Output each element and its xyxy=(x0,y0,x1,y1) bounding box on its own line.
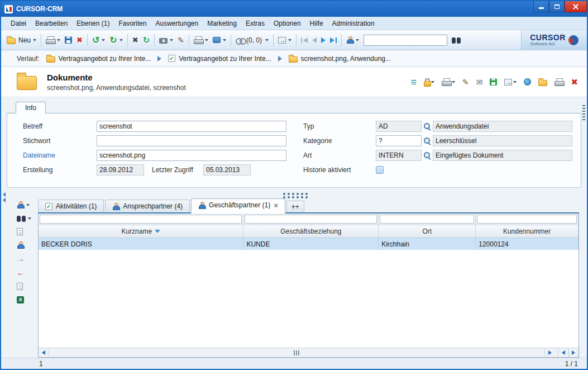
tab-aktivitaeten[interactable]: Aktivitäten (1) xyxy=(38,200,104,212)
tab-geschaeftspartner[interactable]: Geschäftspartner (1) xyxy=(191,198,285,214)
remove-button[interactable] xyxy=(130,35,141,45)
tab-add[interactable]: + xyxy=(286,201,304,212)
partner-menu-button[interactable] xyxy=(16,200,31,210)
unassign-button[interactable] xyxy=(16,268,26,278)
menu-extras[interactable]: Extras xyxy=(242,18,269,29)
chevron-down-icon xyxy=(431,81,434,83)
menu-bearbeiten[interactable]: Bearbeiten xyxy=(31,18,71,29)
history-label: Verlauf: xyxy=(17,55,40,63)
list-menu-button[interactable] xyxy=(409,76,418,88)
stichwort-field[interactable] xyxy=(97,135,286,146)
menu-hilfe[interactable]: Hilfe xyxy=(306,18,327,29)
activity-icon xyxy=(168,55,175,62)
scroll-right-button[interactable] xyxy=(544,348,554,357)
dateiname-label[interactable]: Dateiname xyxy=(23,151,97,159)
kategorie-lookup-icon[interactable] xyxy=(423,137,431,145)
betreff-field[interactable] xyxy=(97,121,286,132)
print-list-button[interactable] xyxy=(192,35,211,45)
scrollbar-track[interactable] xyxy=(49,350,544,355)
excel-export-button[interactable] xyxy=(16,295,25,305)
column-header-kurzname[interactable]: Kurzname xyxy=(39,225,243,238)
splitter-collapse-buttons[interactable] xyxy=(3,192,6,202)
open-folder-button[interactable] xyxy=(537,77,548,87)
search-menu-button[interactable] xyxy=(16,214,32,223)
scrollbar-grip[interactable] xyxy=(294,350,295,355)
assign-button[interactable] xyxy=(16,254,26,264)
menu-administration[interactable]: Administration xyxy=(328,18,379,29)
horizontal-scrollbar[interactable] xyxy=(39,348,579,357)
chevron-right-icon xyxy=(157,56,161,61)
menu-ebenen[interactable]: Ebenen (1) xyxy=(73,18,113,29)
table-row[interactable]: BECKER DORIS KUNDE Kirchhain 12000124 xyxy=(39,238,579,250)
mail-button[interactable] xyxy=(475,77,484,87)
horizontal-splitter[interactable] xyxy=(1,191,587,199)
export-button[interactable] xyxy=(276,35,294,45)
clipboard-button[interactable] xyxy=(16,282,24,291)
refresh-button[interactable] xyxy=(141,34,152,46)
art-label: Art xyxy=(303,151,376,159)
historie-checkbox[interactable] xyxy=(376,166,384,174)
typ-lookup-icon[interactable] xyxy=(423,122,431,130)
print-button[interactable] xyxy=(44,35,63,45)
stamp-button[interactable] xyxy=(175,35,187,46)
forward-button[interactable] xyxy=(107,34,125,46)
maximize-button[interactable] xyxy=(549,1,565,12)
filter-kundennummer[interactable] xyxy=(477,215,577,224)
typ-code-field xyxy=(376,121,422,132)
search-button[interactable] xyxy=(450,35,463,45)
snapshot-button[interactable] xyxy=(157,35,175,45)
tab-close-icon[interactable] xyxy=(274,202,278,209)
nav-first-button[interactable] xyxy=(299,36,310,45)
new-button[interactable]: Neu xyxy=(4,35,39,46)
column-header-ort[interactable]: Ort xyxy=(379,225,476,238)
menu-marketing[interactable]: Marketing xyxy=(203,18,241,29)
history-item-2[interactable]: Vertragsangebot zu Ihrer Inte... xyxy=(166,54,273,64)
history-item-1[interactable]: Vertragsangebot zu Ihrer Inte... xyxy=(44,54,153,64)
scroll-left-button[interactable] xyxy=(39,348,49,357)
kategorie-code-field[interactable] xyxy=(376,135,422,146)
nav-next-button[interactable] xyxy=(319,36,328,45)
note-button[interactable] xyxy=(16,227,24,236)
panel-resize-handle[interactable] xyxy=(582,105,585,122)
column-header-kundennummer[interactable]: Kundennummer xyxy=(476,225,579,238)
delete-button[interactable] xyxy=(74,35,85,45)
partner-table: Kurzname Geschäftsbeziehung Ort Kundennu… xyxy=(38,214,579,358)
record-close-button[interactable] xyxy=(570,77,579,87)
lock-button[interactable] xyxy=(423,77,436,87)
back-button[interactable] xyxy=(90,34,107,46)
menu-datei[interactable]: Datei xyxy=(7,18,30,29)
menu-favoriten[interactable]: Favoriten xyxy=(114,18,150,29)
edit-button[interactable] xyxy=(461,77,470,87)
chevron-down-icon xyxy=(26,204,30,206)
nav-prev-button[interactable] xyxy=(310,36,319,45)
record-export-button[interactable] xyxy=(503,78,518,87)
contact-button[interactable] xyxy=(16,240,25,250)
filter-geschaeftsbeziehung[interactable] xyxy=(245,215,377,224)
web-button[interactable] xyxy=(523,77,532,87)
minimize-button[interactable] xyxy=(533,1,549,12)
page-next-button[interactable] xyxy=(568,348,579,357)
filter-ort[interactable] xyxy=(380,215,474,224)
filter-kurzname[interactable] xyxy=(40,215,242,224)
history-item-3[interactable]: screenshot.png, Anwendung... xyxy=(286,54,393,64)
quick-print-button[interactable] xyxy=(553,77,565,87)
dateiname-field[interactable] xyxy=(97,150,286,161)
view-button[interactable] xyxy=(211,35,228,45)
art-lookup-icon[interactable] xyxy=(423,151,431,159)
menu-optionen[interactable]: Optionen xyxy=(270,18,305,29)
quick-search-input[interactable] xyxy=(364,35,447,46)
record-print-button[interactable] xyxy=(441,77,456,87)
column-header-geschaeftsbeziehung[interactable]: Geschäftsbeziehung xyxy=(243,225,379,238)
close-button[interactable] xyxy=(565,1,587,12)
tab-ansprechpartner[interactable]: Ansprechpartner (4) xyxy=(105,200,190,212)
tab-info[interactable]: Info xyxy=(16,102,46,113)
chevron-right-icon xyxy=(278,56,282,61)
page-prev-button[interactable] xyxy=(558,348,568,357)
related-records-main: Aktivitäten (1) Ansprechpartner (4) Gesc… xyxy=(38,199,579,358)
save-button[interactable] xyxy=(63,35,74,45)
menu-auswertungen[interactable]: Auswertungen xyxy=(151,18,202,29)
record-save-button[interactable] xyxy=(489,77,498,87)
link-button[interactable]: (0, 0) xyxy=(233,35,271,46)
nav-last-button[interactable] xyxy=(328,36,339,45)
person-search-button[interactable] xyxy=(344,35,361,45)
